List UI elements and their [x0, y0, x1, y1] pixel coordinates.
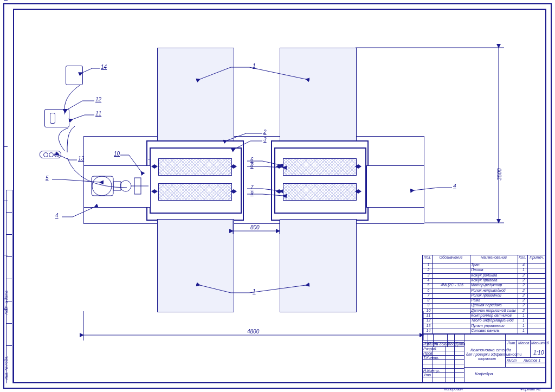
callout-12: 12	[95, 97, 101, 102]
tb-scale-v: 1:10	[533, 350, 544, 356]
tb-appr: Утв.	[423, 373, 432, 377]
device-14	[66, 66, 83, 85]
tb-scale-h: Масштаб	[531, 341, 549, 345]
callout-14: 14	[101, 64, 107, 70]
parts-hdr-note: Примеч.	[527, 255, 546, 263]
callout-10: 10	[114, 151, 120, 157]
roller-left-top	[158, 158, 232, 176]
parts-list: Поз. Обозначение Наименование Кол. Приме…	[422, 255, 546, 335]
callout-2: 2	[263, 129, 267, 135]
callout-6: 6	[250, 157, 254, 163]
device-11	[44, 109, 69, 127]
callout-3: 3	[263, 137, 267, 143]
tb-lit: Лит.	[507, 341, 516, 345]
title-block: Изм. Лист № докум. Подп. Дата Разраб. Пр…	[422, 334, 546, 383]
roller-left-bot	[158, 183, 232, 201]
tb-date: Дата	[455, 342, 465, 346]
callout-4b: 4	[453, 183, 456, 189]
tb-title-1: Компоновка стенда	[470, 348, 511, 352]
dim-gap: 800	[250, 224, 260, 230]
callout-13: 13	[78, 156, 84, 162]
callout-8: 8	[250, 163, 254, 169]
callout-1a: 1	[253, 63, 256, 69]
callout-11: 11	[95, 111, 101, 117]
callout-4a: 4	[55, 213, 59, 219]
tb-nctrl: Н.Контр.	[423, 369, 440, 372]
side-stamp-2: Подп. и дата	[4, 291, 8, 314]
tb-sheets: Листов 1	[524, 358, 540, 362]
tb-mass: Масса	[518, 341, 530, 345]
callout-5: 5	[46, 175, 49, 181]
device-13	[40, 151, 61, 158]
dim-height: 3500	[496, 168, 502, 180]
tb-sheet: Лист	[507, 358, 517, 362]
copy-label: Копировал	[444, 387, 463, 391]
roller-right-top	[283, 158, 357, 176]
tb-title-3: тормозов	[478, 357, 496, 361]
callout-7: 7	[250, 184, 254, 190]
tb-title-2: для проверки эффективности	[466, 352, 521, 356]
tb-dev: Разраб.	[423, 347, 437, 351]
dim-width: 4800	[247, 329, 259, 335]
format-label: Формат А1	[520, 387, 541, 391]
callout-9: 9	[250, 190, 254, 196]
parts-row: 14Силовая панель1	[423, 329, 546, 334]
roller-right-bot	[283, 183, 357, 201]
side-stamp-1: Инв. № подл.	[4, 356, 8, 380]
tb-tctrl: Т.Контр.	[423, 356, 439, 359]
callout-1b: 1	[253, 288, 256, 294]
left-stamp-column	[6, 190, 12, 383]
tb-org: Кафедра	[475, 371, 493, 376]
tb-chk: Пров.	[423, 351, 433, 355]
